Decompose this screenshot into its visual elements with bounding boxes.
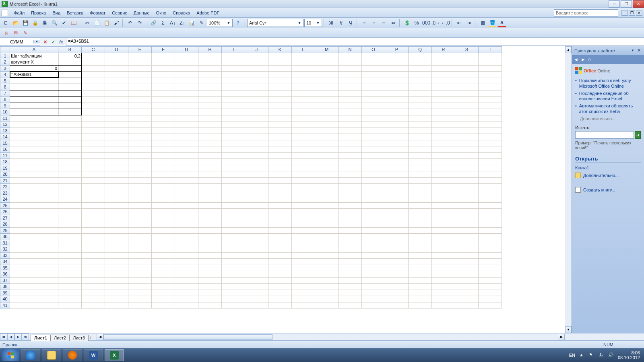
- cell-Q33[interactable]: [409, 252, 432, 259]
- cell-Q23[interactable]: [409, 190, 432, 196]
- menu-adobe pdf[interactable]: Adobe PDF: [193, 9, 223, 16]
- cell-G2[interactable]: [175, 59, 198, 66]
- pdf-review-icon[interactable]: ✎: [21, 29, 30, 37]
- cell-N38[interactable]: [339, 284, 362, 290]
- cell-I41[interactable]: [222, 302, 245, 309]
- cell-E14[interactable]: [128, 134, 152, 140]
- cell-I26[interactable]: [222, 209, 245, 215]
- row-header-26[interactable]: 26: [0, 209, 10, 215]
- col-header-C[interactable]: C: [82, 47, 105, 53]
- scroll-down-icon[interactable]: ▼: [565, 326, 572, 333]
- cell-E5[interactable]: [128, 78, 152, 84]
- enter-formula-icon[interactable]: ✓: [50, 39, 56, 45]
- cell-B28[interactable]: [58, 221, 82, 228]
- cell-E3[interactable]: [128, 65, 152, 72]
- cell-S20[interactable]: [455, 171, 479, 178]
- cell-F8[interactable]: [152, 97, 175, 103]
- taskpane-search-input[interactable]: [575, 131, 634, 139]
- cell-L18[interactable]: [292, 159, 315, 165]
- select-all-corner[interactable]: [0, 47, 10, 53]
- cell-I38[interactable]: [222, 284, 245, 290]
- cell-R21[interactable]: [432, 177, 455, 184]
- cell-R28[interactable]: [432, 221, 455, 228]
- cell-O26[interactable]: [362, 209, 385, 215]
- cell-J21[interactable]: [245, 177, 268, 184]
- cell-E17[interactable]: [128, 152, 152, 159]
- cell-R26[interactable]: [432, 209, 455, 215]
- cell-A9[interactable]: [10, 103, 58, 109]
- cell-M11[interactable]: [315, 115, 339, 121]
- cell-B9[interactable]: [58, 103, 82, 109]
- cell-E9[interactable]: [128, 103, 152, 109]
- cell-F7[interactable]: [152, 90, 175, 97]
- cell-T32[interactable]: [479, 246, 502, 253]
- cell-F11[interactable]: [152, 115, 175, 121]
- cell-G12[interactable]: [175, 121, 198, 128]
- cell-I10[interactable]: [222, 109, 245, 115]
- cell-J9[interactable]: [245, 103, 268, 109]
- cell-O18[interactable]: [362, 159, 385, 165]
- cell-H34[interactable]: [198, 259, 222, 265]
- cell-O16[interactable]: [362, 146, 385, 153]
- cell-C29[interactable]: [82, 227, 105, 234]
- cell-L12[interactable]: [292, 121, 315, 128]
- row-header-9[interactable]: 9: [0, 103, 10, 109]
- row-header-31[interactable]: 31: [0, 240, 10, 246]
- col-header-B[interactable]: B: [58, 47, 82, 53]
- cell-M25[interactable]: [315, 202, 339, 209]
- cell-Q32[interactable]: [409, 246, 432, 253]
- col-header-K[interactable]: K: [268, 47, 292, 53]
- cell-J18[interactable]: [245, 159, 268, 165]
- cell-S9[interactable]: [455, 103, 479, 109]
- cell-O36[interactable]: [362, 271, 385, 278]
- cell-A13[interactable]: [10, 128, 58, 134]
- col-header-L[interactable]: L: [292, 47, 315, 53]
- cell-G21[interactable]: [175, 177, 198, 184]
- cell-E24[interactable]: [128, 196, 152, 203]
- cell-J34[interactable]: [245, 259, 268, 265]
- cell-S21[interactable]: [455, 177, 479, 184]
- cell-M20[interactable]: [315, 171, 339, 178]
- cell-B36[interactable]: [58, 271, 82, 278]
- cell-H30[interactable]: [198, 234, 222, 240]
- cell-H20[interactable]: [198, 171, 222, 178]
- cell-J32[interactable]: [245, 246, 268, 253]
- cell-H24[interactable]: [198, 196, 222, 203]
- cell-Q26[interactable]: [409, 209, 432, 215]
- scroll-track[interactable]: [103, 334, 558, 340]
- row-header-4[interactable]: 4: [0, 72, 10, 78]
- cell-F1[interactable]: [152, 53, 175, 59]
- taskpane-dropdown-icon[interactable]: ▼: [631, 49, 634, 52]
- window-maximize-button[interactable]: ❐: [621, 0, 632, 8]
- row-header-2[interactable]: 2: [0, 59, 10, 66]
- cell-P18[interactable]: [385, 159, 409, 165]
- cell-E28[interactable]: [128, 221, 152, 228]
- cell-P31[interactable]: [385, 240, 409, 246]
- cell-N18[interactable]: [339, 159, 362, 165]
- cell-B41[interactable]: [58, 302, 82, 309]
- cell-B34[interactable]: [58, 259, 82, 265]
- cell-G13[interactable]: [175, 128, 198, 134]
- cell-D37[interactable]: [105, 277, 128, 284]
- cell-F36[interactable]: [152, 271, 175, 278]
- col-header-H[interactable]: H: [198, 47, 222, 53]
- cell-E15[interactable]: [128, 140, 152, 146]
- cell-D35[interactable]: [105, 265, 128, 271]
- cell-D5[interactable]: [105, 78, 128, 84]
- cell-G17[interactable]: [175, 152, 198, 159]
- cell-T33[interactable]: [479, 252, 502, 259]
- cell-N21[interactable]: [339, 177, 362, 184]
- cell-J37[interactable]: [245, 277, 268, 284]
- cell-D6[interactable]: [105, 84, 128, 90]
- font-name-combo[interactable]: Arial Cyr▼: [247, 19, 303, 27]
- cell-M29[interactable]: [315, 227, 339, 234]
- cell-F13[interactable]: [152, 128, 175, 134]
- cell-A14[interactable]: [10, 134, 58, 140]
- cell-H32[interactable]: [198, 246, 222, 253]
- tab-next-icon[interactable]: ▶: [14, 333, 22, 340]
- cell-C20[interactable]: [82, 171, 105, 178]
- cell-N35[interactable]: [339, 265, 362, 271]
- cell-B39[interactable]: [58, 290, 82, 296]
- cell-G35[interactable]: [175, 265, 198, 271]
- cell-G5[interactable]: [175, 78, 198, 84]
